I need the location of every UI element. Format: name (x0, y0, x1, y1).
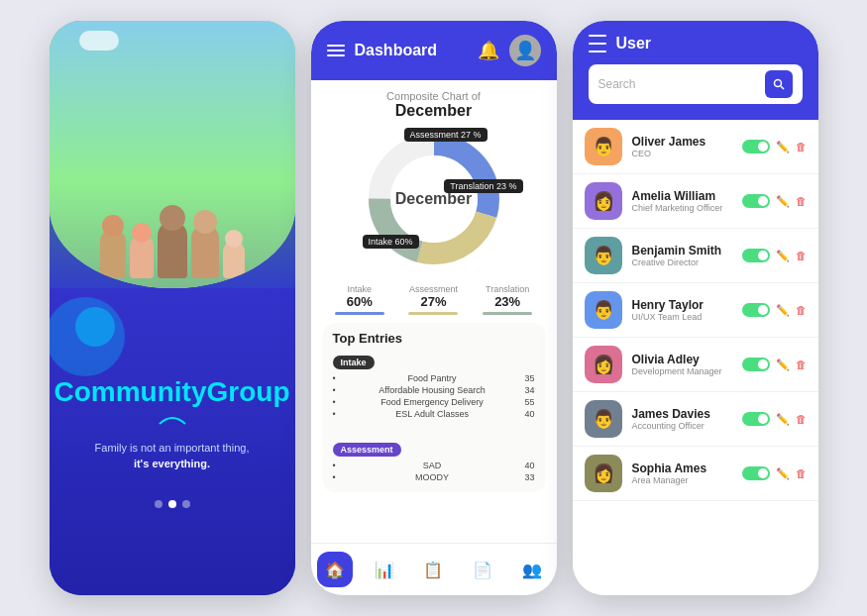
delete-icon-olivia[interactable]: 🗑 (796, 359, 807, 370)
legend-bar-intake (335, 312, 384, 315)
svg-line-6 (781, 86, 784, 89)
avatar-james: 👨 (585, 400, 622, 438)
user-role-henry: UI/UX Team Lead (632, 312, 732, 322)
user-item-sophia: 👩 Sophia Ames Area Manager ✏️ 🗑 (573, 447, 818, 501)
user-info-olivia: Olivia Adley Development Manager (632, 353, 732, 376)
user-header-top: User (589, 35, 803, 52)
user-item-amelia: 👩 Amelia William Chief Marketing Officer… (573, 174, 818, 229)
search-input[interactable]: Search (598, 77, 759, 91)
user-item-olivia: 👩 Olivia Adley Development Manager ✏️ 🗑 (573, 338, 818, 392)
user-header: User Search (573, 21, 818, 120)
menu-icon[interactable] (327, 45, 345, 56)
user-name-amelia: Amelia William (632, 189, 732, 203)
search-bar[interactable]: Search (589, 64, 803, 104)
curve-icon (158, 412, 187, 428)
user-actions-benjamin: ✏️ 🗑 (742, 249, 807, 262)
user-role-amelia: Chief Marketing Officer (632, 203, 732, 213)
phone-dashboard: Dashboard 🔔 👤 Composite Chart of Decembe… (311, 21, 557, 595)
delete-icon-amelia[interactable]: 🗑 (796, 195, 807, 207)
legend-assessment: Assessment 27% (408, 284, 458, 315)
phone-user: User Search 👨 Oliver James CEO ✏️ 🗑 (573, 21, 818, 595)
user-actions-amelia: ✏️ 🗑 (742, 194, 807, 208)
nav-list[interactable]: 📋 (415, 552, 451, 587)
delete-icon-henry[interactable]: 🗑 (796, 304, 807, 316)
user-actions-henry: ✏️ 🗑 (742, 303, 807, 317)
user-actions-olivia: ✏️ 🗑 (742, 358, 807, 371)
avatar-henry: 👨 (585, 291, 622, 329)
user-role-benjamin: Creative Director (632, 257, 732, 267)
nav-users[interactable]: 👥 (514, 552, 550, 587)
user-name-olivia: Olivia Adley (632, 353, 732, 366)
user-actions-oliver: ✏️ 🗑 (742, 140, 807, 154)
nav-doc[interactable]: 📄 (465, 552, 500, 587)
chart-subtitle: Composite Chart of (323, 90, 545, 102)
top-entries: Top Entries Intake Food Pantry35 Afforda… (323, 323, 545, 492)
tooltip-intake: Intake 60% (363, 235, 419, 249)
toggle-amelia[interactable] (742, 194, 770, 208)
dot-3[interactable] (182, 500, 190, 508)
tooltip-assessment: Assessment 27 % (404, 128, 488, 142)
top-entries-title: Top Entries (333, 331, 535, 346)
user-role-olivia: Development Manager (632, 366, 732, 376)
avatar[interactable]: 👤 (509, 35, 541, 66)
entry-food-emergency: Food Emergency Delivery55 (333, 397, 535, 407)
entry-moody: MOODY33 (333, 472, 535, 482)
user-item-henry: 👨 Henry Taylor UI/UX Team Lead ✏️ 🗑 (573, 283, 818, 338)
user-page-title: User (616, 35, 652, 52)
edit-icon-benjamin[interactable]: ✏️ (776, 250, 790, 262)
user-info-henry: Henry Taylor UI/UX Team Lead (632, 298, 732, 322)
community-brand: CommunityGroup (54, 376, 290, 408)
search-icon (773, 78, 785, 90)
user-info-sophia: Sophia Ames Area Manager (632, 462, 732, 485)
user-info-oliver: Oliver James CEO (632, 135, 732, 158)
user-item-james: 👨 James Davies Accounting Officer ✏️ 🗑 (573, 392, 818, 447)
user-item-oliver: 👨 Oliver James CEO ✏️ 🗑 (573, 120, 818, 174)
badge-intake: Intake (333, 356, 375, 369)
badge-assessment: Assessment (333, 443, 401, 457)
toggle-james[interactable] (742, 412, 770, 426)
toggle-benjamin[interactable] (742, 249, 770, 262)
avatar-amelia: 👩 (585, 182, 622, 220)
user-info-benjamin: Benjamin Smith Creative Director (632, 244, 732, 267)
legend-translation: Translation 23% (483, 284, 532, 315)
dot-2[interactable] (168, 500, 176, 508)
toggle-oliver[interactable] (742, 140, 770, 154)
dot-1[interactable] (155, 500, 163, 508)
delete-icon-oliver[interactable]: 🗑 (796, 141, 807, 153)
bottom-nav: 🏠 📊 📋 📄 👥 (311, 543, 557, 595)
tagline: Family is not an important thing, it's e… (95, 440, 250, 472)
user-info-james: James Davies Accounting Officer (632, 407, 732, 431)
dashboard-body: Composite Chart of December D (311, 80, 557, 543)
user-actions-sophia: ✏️ 🗑 (742, 466, 807, 480)
nav-chart[interactable]: 📊 (367, 552, 402, 587)
delete-icon-sophia[interactable]: 🗑 (796, 467, 807, 479)
user-role-sophia: Area Manager (632, 475, 732, 485)
nav-home[interactable]: 🏠 (317, 552, 353, 587)
delete-icon-benjamin[interactable]: 🗑 (796, 250, 807, 261)
chart-legend: Intake 60% Assessment 27% Translation 23… (323, 284, 545, 315)
edit-icon-james[interactable]: ✏️ (776, 413, 790, 426)
user-info-amelia: Amelia William Chief Marketing Officer (632, 189, 732, 213)
family-image (50, 21, 295, 288)
edit-icon-olivia[interactable]: ✏️ (776, 359, 790, 371)
toggle-sophia[interactable] (742, 466, 770, 480)
entry-food-pantry: Food Pantry35 (333, 373, 535, 383)
dashboard-title: Dashboard (355, 42, 438, 59)
tooltip-translation: Translation 23 % (444, 179, 522, 193)
header-right: 🔔 👤 (478, 35, 541, 66)
toggle-henry[interactable] (742, 303, 770, 317)
edit-icon-henry[interactable]: ✏️ (776, 304, 790, 317)
edit-icon-amelia[interactable]: ✏️ (776, 195, 790, 208)
edit-icon-sophia[interactable]: ✏️ (776, 467, 790, 480)
toggle-olivia[interactable] (742, 358, 770, 371)
page-dots (155, 500, 190, 508)
header-left: Dashboard (327, 42, 438, 59)
chart-title: December (323, 102, 545, 120)
edit-icon-oliver[interactable]: ✏️ (776, 141, 790, 154)
menu-icon[interactable] (589, 35, 606, 52)
delete-icon-james[interactable]: 🗑 (796, 413, 807, 425)
user-name-benjamin: Benjamin Smith (632, 244, 732, 257)
bell-icon[interactable]: 🔔 (478, 40, 499, 61)
user-name-sophia: Sophia Ames (632, 462, 732, 475)
search-button[interactable] (765, 70, 793, 98)
